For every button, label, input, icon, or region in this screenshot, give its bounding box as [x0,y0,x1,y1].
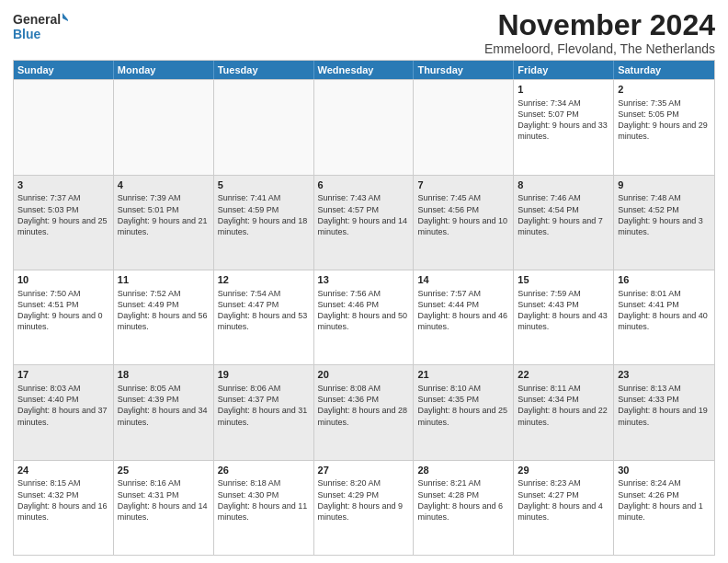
day-info: Sunrise: 7:48 AM Sunset: 4:52 PM Dayligh… [618,193,703,236]
day-number: 4 [118,178,210,192]
day-info: Sunrise: 8:23 AM Sunset: 4:27 PM Dayligh… [518,478,603,521]
calendar-row: 24Sunrise: 8:15 AM Sunset: 4:32 PM Dayli… [14,460,714,555]
day-number: 5 [218,178,310,192]
day-info: Sunrise: 7:54 AM Sunset: 4:47 PM Dayligh… [218,289,308,331]
calendar-cell [14,80,114,174]
calendar-body: 1Sunrise: 7:34 AM Sunset: 5:07 PM Daylig… [14,79,714,555]
calendar-cell: 17Sunrise: 8:03 AM Sunset: 4:40 PM Dayli… [14,365,114,459]
calendar-header-cell: Friday [514,61,614,79]
calendar-cell: 11Sunrise: 7:52 AM Sunset: 4:49 PM Dayli… [114,270,214,364]
day-info: Sunrise: 7:41 AM Sunset: 4:59 PM Dayligh… [218,193,308,236]
day-number: 2 [618,83,711,97]
calendar-cell: 7Sunrise: 7:45 AM Sunset: 4:56 PM Daylig… [414,176,514,270]
calendar-cell: 9Sunrise: 7:48 AM Sunset: 4:52 PM Daylig… [614,176,714,270]
calendar-cell [114,80,214,174]
day-info: Sunrise: 7:46 AM Sunset: 4:54 PM Dayligh… [518,193,603,236]
day-number: 23 [618,368,711,382]
calendar-cell [414,80,514,174]
logo-svg: General Blue [13,9,68,46]
day-info: Sunrise: 8:01 AM Sunset: 4:41 PM Dayligh… [618,289,708,331]
calendar-cell: 4Sunrise: 7:39 AM Sunset: 5:01 PM Daylig… [114,176,214,270]
day-number: 27 [318,464,410,477]
calendar-cell: 2Sunrise: 7:35 AM Sunset: 5:05 PM Daylig… [614,80,714,174]
calendar-cell: 23Sunrise: 8:13 AM Sunset: 4:33 PM Dayli… [614,365,714,459]
calendar-cell: 22Sunrise: 8:11 AM Sunset: 4:34 PM Dayli… [514,365,614,459]
calendar-cell [214,80,314,174]
day-number: 11 [118,273,210,287]
day-info: Sunrise: 7:57 AM Sunset: 4:44 PM Dayligh… [417,289,507,331]
day-info: Sunrise: 7:56 AM Sunset: 4:46 PM Dayligh… [318,289,408,331]
day-info: Sunrise: 8:18 AM Sunset: 4:30 PM Dayligh… [218,478,308,521]
day-info: Sunrise: 8:05 AM Sunset: 4:39 PM Dayligh… [118,384,208,426]
calendar-cell: 29Sunrise: 8:23 AM Sunset: 4:27 PM Dayli… [514,461,614,555]
day-info: Sunrise: 7:50 AM Sunset: 4:51 PM Dayligh… [17,289,103,331]
calendar-cell: 18Sunrise: 8:05 AM Sunset: 4:39 PM Dayli… [114,365,214,459]
calendar-header-cell: Tuesday [214,61,314,79]
day-info: Sunrise: 8:10 AM Sunset: 4:35 PM Dayligh… [417,384,507,426]
svg-text:Blue: Blue [13,27,41,41]
month-title: November 2024 [484,9,715,41]
day-number: 19 [218,368,310,382]
day-info: Sunrise: 8:13 AM Sunset: 4:33 PM Dayligh… [618,384,708,426]
calendar-cell: 14Sunrise: 7:57 AM Sunset: 4:44 PM Dayli… [414,270,514,364]
day-info: Sunrise: 8:16 AM Sunset: 4:31 PM Dayligh… [118,478,208,521]
day-number: 6 [318,178,410,192]
day-info: Sunrise: 8:15 AM Sunset: 4:32 PM Dayligh… [17,478,108,521]
calendar-header-cell: Sunday [14,61,114,79]
day-number: 18 [118,368,210,382]
day-number: 16 [618,273,711,287]
day-number: 12 [218,273,310,287]
calendar-row: 17Sunrise: 8:03 AM Sunset: 4:40 PM Dayli… [14,364,714,459]
page-header: General Blue November 2024 Emmeloord, Fl… [13,9,715,56]
day-info: Sunrise: 7:35 AM Sunset: 5:05 PM Dayligh… [618,98,708,141]
day-info: Sunrise: 8:06 AM Sunset: 4:37 PM Dayligh… [218,384,308,426]
day-number: 1 [518,83,609,97]
calendar-cell: 26Sunrise: 8:18 AM Sunset: 4:30 PM Dayli… [214,461,314,555]
day-info: Sunrise: 8:11 AM Sunset: 4:34 PM Dayligh… [518,384,608,426]
calendar-header-cell: Wednesday [314,61,415,79]
calendar-cell: 16Sunrise: 8:01 AM Sunset: 4:41 PM Dayli… [614,270,714,364]
calendar-row: 3Sunrise: 7:37 AM Sunset: 5:03 PM Daylig… [14,175,714,270]
day-number: 7 [417,178,509,192]
calendar-row: 10Sunrise: 7:50 AM Sunset: 4:51 PM Dayli… [14,270,714,364]
day-info: Sunrise: 7:52 AM Sunset: 4:49 PM Dayligh… [118,289,208,331]
day-info: Sunrise: 8:08 AM Sunset: 4:36 PM Dayligh… [318,384,408,426]
day-info: Sunrise: 8:21 AM Sunset: 4:28 PM Dayligh… [417,478,503,521]
day-info: Sunrise: 7:37 AM Sunset: 5:03 PM Dayligh… [17,193,108,236]
day-info: Sunrise: 7:39 AM Sunset: 5:01 PM Dayligh… [118,193,208,236]
day-info: Sunrise: 7:45 AM Sunset: 4:56 PM Dayligh… [417,193,507,236]
day-number: 3 [17,178,109,192]
day-info: Sunrise: 7:43 AM Sunset: 4:57 PM Dayligh… [318,193,408,236]
calendar-header-cell: Saturday [614,61,714,79]
day-info: Sunrise: 8:03 AM Sunset: 4:40 PM Dayligh… [17,384,108,426]
calendar-cell: 10Sunrise: 7:50 AM Sunset: 4:51 PM Dayli… [14,270,114,364]
calendar-cell: 25Sunrise: 8:16 AM Sunset: 4:31 PM Dayli… [114,461,214,555]
calendar: SundayMondayTuesdayWednesdayThursdayFrid… [13,60,715,556]
calendar-cell: 28Sunrise: 8:21 AM Sunset: 4:28 PM Dayli… [414,461,514,555]
day-info: Sunrise: 7:59 AM Sunset: 4:43 PM Dayligh… [518,289,608,331]
calendar-row: 1Sunrise: 7:34 AM Sunset: 5:07 PM Daylig… [14,79,714,174]
calendar-cell: 15Sunrise: 7:59 AM Sunset: 4:43 PM Dayli… [514,270,614,364]
day-number: 26 [218,464,310,477]
day-number: 8 [518,178,609,192]
day-number: 24 [17,464,109,477]
calendar-cell [314,80,415,174]
svg-text:General: General [13,12,61,27]
day-number: 25 [118,464,210,477]
calendar-cell: 30Sunrise: 8:24 AM Sunset: 4:26 PM Dayli… [614,461,714,555]
day-number: 17 [17,368,109,382]
calendar-cell: 20Sunrise: 8:08 AM Sunset: 4:36 PM Dayli… [314,365,415,459]
day-number: 13 [318,273,410,287]
day-info: Sunrise: 7:34 AM Sunset: 5:07 PM Dayligh… [518,98,608,141]
calendar-header-cell: Thursday [414,61,514,79]
calendar-header: SundayMondayTuesdayWednesdayThursdayFrid… [14,61,714,79]
calendar-cell: 6Sunrise: 7:43 AM Sunset: 4:57 PM Daylig… [314,176,415,270]
calendar-cell: 24Sunrise: 8:15 AM Sunset: 4:32 PM Dayli… [14,461,114,555]
title-block: November 2024 Emmeloord, Flevoland, The … [484,9,715,56]
calendar-cell: 27Sunrise: 8:20 AM Sunset: 4:29 PM Dayli… [314,461,415,555]
day-number: 20 [318,368,410,382]
day-info: Sunrise: 8:24 AM Sunset: 4:26 PM Dayligh… [618,478,703,521]
calendar-cell: 8Sunrise: 7:46 AM Sunset: 4:54 PM Daylig… [514,176,614,270]
day-number: 21 [417,368,509,382]
calendar-header-cell: Monday [114,61,214,79]
